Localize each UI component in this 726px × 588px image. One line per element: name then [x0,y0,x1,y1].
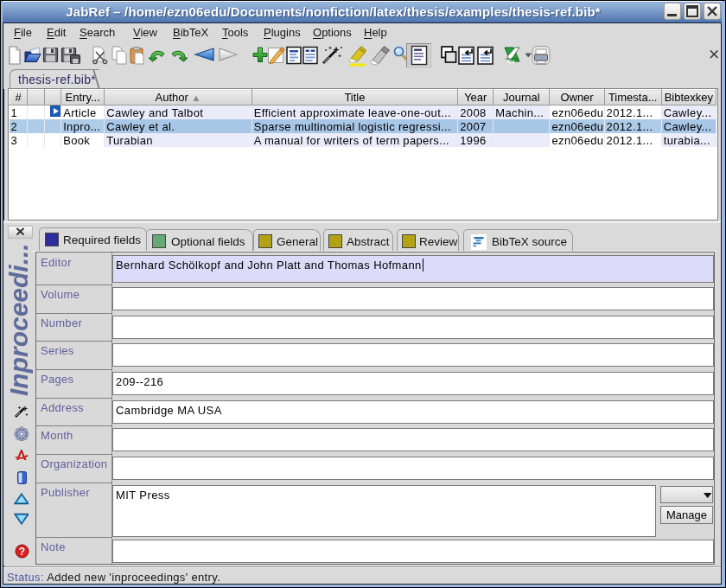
svg-text:?: ? [19,546,25,558]
svg-text:lyx: lyx [507,59,515,64]
